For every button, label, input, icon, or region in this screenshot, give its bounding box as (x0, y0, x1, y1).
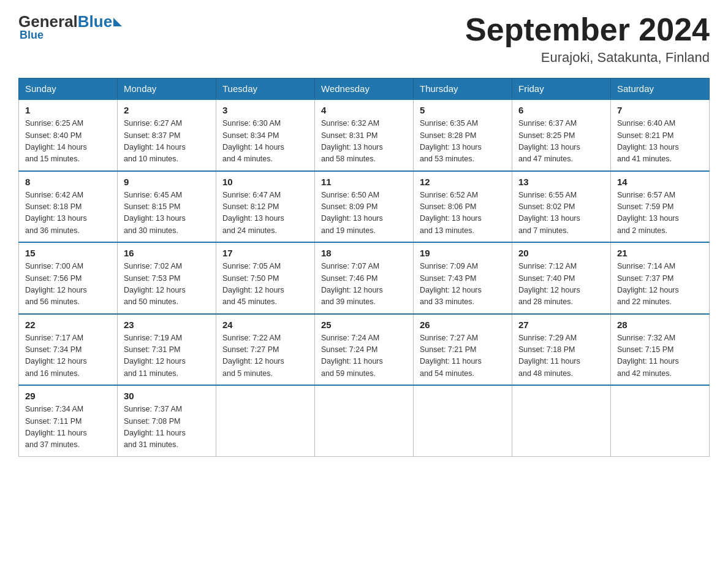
day-number: 1 (25, 105, 111, 115)
calendar-cell: 15 Sunrise: 7:00 AMSunset: 7:56 PMDaylig… (19, 242, 118, 314)
weekday-header-friday: Friday (512, 79, 611, 100)
weekday-header-sunday: Sunday (19, 79, 118, 100)
day-info: Sunrise: 6:45 AMSunset: 8:15 PMDaylight:… (124, 190, 210, 237)
week-row-3: 15 Sunrise: 7:00 AMSunset: 7:56 PMDaylig… (19, 242, 710, 314)
day-number: 21 (617, 248, 703, 258)
calendar-cell (512, 385, 611, 456)
day-info: Sunrise: 6:40 AMSunset: 8:21 PMDaylight:… (617, 118, 703, 166)
calendar-cell: 28 Sunrise: 7:32 AMSunset: 7:15 PMDaylig… (611, 314, 710, 386)
day-info: Sunrise: 6:42 AMSunset: 8:18 PMDaylight:… (25, 190, 111, 237)
day-number: 3 (222, 105, 308, 115)
calendar-cell: 14 Sunrise: 6:57 AMSunset: 7:59 PMDaylig… (611, 171, 710, 243)
calendar-cell: 7 Sunrise: 6:40 AMSunset: 8:21 PMDayligh… (611, 99, 710, 171)
day-number: 9 (124, 177, 210, 187)
day-number: 13 (518, 177, 604, 187)
day-info: Sunrise: 7:37 AMSunset: 7:08 PMDaylight:… (124, 404, 210, 451)
day-number: 10 (222, 177, 308, 187)
day-number: 4 (321, 105, 407, 115)
day-number: 27 (518, 320, 604, 330)
weekday-header-wednesday: Wednesday (315, 79, 414, 100)
day-info: Sunrise: 7:00 AMSunset: 7:56 PMDaylight:… (25, 261, 111, 308)
day-number: 7 (617, 105, 703, 115)
logo-subtitle: Blue (18, 29, 44, 42)
logo: GeneralBlue Blue (18, 12, 122, 42)
calendar-cell (611, 385, 710, 456)
day-number: 30 (124, 391, 210, 401)
day-info: Sunrise: 6:50 AMSunset: 8:09 PMDaylight:… (321, 190, 407, 237)
day-info: Sunrise: 6:52 AMSunset: 8:06 PMDaylight:… (420, 190, 506, 237)
calendar-cell: 3 Sunrise: 6:30 AMSunset: 8:34 PMDayligh… (216, 99, 315, 171)
week-row-1: 1 Sunrise: 6:25 AMSunset: 8:40 PMDayligh… (19, 99, 710, 171)
day-info: Sunrise: 7:34 AMSunset: 7:11 PMDaylight:… (25, 404, 111, 451)
weekday-header-monday: Monday (118, 79, 216, 100)
calendar-cell: 25 Sunrise: 7:24 AMSunset: 7:24 PMDaylig… (315, 314, 414, 386)
calendar-cell: 23 Sunrise: 7:19 AMSunset: 7:31 PMDaylig… (118, 314, 216, 386)
day-number: 17 (222, 248, 308, 258)
day-number: 12 (420, 177, 506, 187)
calendar-cell: 16 Sunrise: 7:02 AMSunset: 7:53 PMDaylig… (118, 242, 216, 314)
weekday-header-thursday: Thursday (414, 79, 512, 100)
day-info: Sunrise: 7:09 AMSunset: 7:43 PMDaylight:… (420, 261, 506, 308)
weekday-header-row: SundayMondayTuesdayWednesdayThursdayFrid… (19, 79, 710, 100)
day-number: 24 (222, 320, 308, 330)
week-row-2: 8 Sunrise: 6:42 AMSunset: 8:18 PMDayligh… (19, 171, 710, 243)
day-info: Sunrise: 7:05 AMSunset: 7:50 PMDaylight:… (222, 261, 308, 308)
location-title: Eurajoki, Satakunta, Finland (465, 50, 710, 66)
calendar-cell: 9 Sunrise: 6:45 AMSunset: 8:15 PMDayligh… (118, 171, 216, 243)
calendar-cell (414, 385, 512, 456)
day-info: Sunrise: 7:29 AMSunset: 7:18 PMDaylight:… (518, 332, 604, 380)
day-info: Sunrise: 7:02 AMSunset: 7:53 PMDaylight:… (124, 261, 210, 308)
day-info: Sunrise: 7:24 AMSunset: 7:24 PMDaylight:… (321, 332, 407, 380)
calendar-cell: 13 Sunrise: 6:55 AMSunset: 8:02 PMDaylig… (512, 171, 611, 243)
day-number: 28 (617, 320, 703, 330)
day-number: 20 (518, 248, 604, 258)
day-info: Sunrise: 7:27 AMSunset: 7:21 PMDaylight:… (420, 332, 506, 380)
calendar-cell: 8 Sunrise: 6:42 AMSunset: 8:18 PMDayligh… (19, 171, 118, 243)
day-info: Sunrise: 7:32 AMSunset: 7:15 PMDaylight:… (617, 332, 703, 380)
day-number: 18 (321, 248, 407, 258)
calendar-cell: 26 Sunrise: 7:27 AMSunset: 7:21 PMDaylig… (414, 314, 512, 386)
calendar-cell: 5 Sunrise: 6:35 AMSunset: 8:28 PMDayligh… (414, 99, 512, 171)
calendar-cell: 24 Sunrise: 7:22 AMSunset: 7:27 PMDaylig… (216, 314, 315, 386)
logo-triangle-icon (113, 18, 122, 26)
calendar-cell (216, 385, 315, 456)
calendar-cell: 10 Sunrise: 6:47 AMSunset: 8:12 PMDaylig… (216, 171, 315, 243)
day-info: Sunrise: 7:17 AMSunset: 7:34 PMDaylight:… (25, 332, 111, 380)
logo-blue-text: Blue (78, 12, 112, 31)
weekday-header-saturday: Saturday (611, 79, 710, 100)
month-title: September 2024 (465, 12, 710, 47)
day-info: Sunrise: 7:22 AMSunset: 7:27 PMDaylight:… (222, 332, 308, 380)
calendar-cell: 30 Sunrise: 7:37 AMSunset: 7:08 PMDaylig… (118, 385, 216, 456)
day-info: Sunrise: 6:35 AMSunset: 8:28 PMDaylight:… (420, 118, 506, 166)
calendar-cell: 21 Sunrise: 7:14 AMSunset: 7:37 PMDaylig… (611, 242, 710, 314)
calendar-table: SundayMondayTuesdayWednesdayThursdayFrid… (18, 78, 710, 457)
day-number: 16 (124, 248, 210, 258)
calendar-cell: 1 Sunrise: 6:25 AMSunset: 8:40 PMDayligh… (19, 99, 118, 171)
day-info: Sunrise: 6:30 AMSunset: 8:34 PMDaylight:… (222, 118, 308, 166)
calendar-cell: 17 Sunrise: 7:05 AMSunset: 7:50 PMDaylig… (216, 242, 315, 314)
calendar-cell: 4 Sunrise: 6:32 AMSunset: 8:31 PMDayligh… (315, 99, 414, 171)
calendar-cell: 18 Sunrise: 7:07 AMSunset: 7:46 PMDaylig… (315, 242, 414, 314)
calendar-cell: 12 Sunrise: 6:52 AMSunset: 8:06 PMDaylig… (414, 171, 512, 243)
day-info: Sunrise: 7:14 AMSunset: 7:37 PMDaylight:… (617, 261, 703, 308)
calendar-cell: 20 Sunrise: 7:12 AMSunset: 7:40 PMDaylig… (512, 242, 611, 314)
day-number: 19 (420, 248, 506, 258)
day-number: 22 (25, 320, 111, 330)
page-header: GeneralBlue Blue September 2024 Eurajoki… (18, 12, 710, 66)
day-number: 14 (617, 177, 703, 187)
day-info: Sunrise: 6:25 AMSunset: 8:40 PMDaylight:… (25, 118, 111, 166)
day-info: Sunrise: 6:37 AMSunset: 8:25 PMDaylight:… (518, 118, 604, 166)
day-number: 29 (25, 391, 111, 401)
calendar-cell: 2 Sunrise: 6:27 AMSunset: 8:37 PMDayligh… (118, 99, 216, 171)
day-info: Sunrise: 6:47 AMSunset: 8:12 PMDaylight:… (222, 190, 308, 237)
day-info: Sunrise: 7:19 AMSunset: 7:31 PMDaylight:… (124, 332, 210, 380)
calendar-cell: 19 Sunrise: 7:09 AMSunset: 7:43 PMDaylig… (414, 242, 512, 314)
day-number: 15 (25, 248, 111, 258)
calendar-cell: 22 Sunrise: 7:17 AMSunset: 7:34 PMDaylig… (19, 314, 118, 386)
day-info: Sunrise: 6:57 AMSunset: 7:59 PMDaylight:… (617, 190, 703, 237)
day-number: 26 (420, 320, 506, 330)
day-number: 5 (420, 105, 506, 115)
calendar-cell: 11 Sunrise: 6:50 AMSunset: 8:09 PMDaylig… (315, 171, 414, 243)
day-number: 23 (124, 320, 210, 330)
day-info: Sunrise: 6:27 AMSunset: 8:37 PMDaylight:… (124, 118, 210, 166)
